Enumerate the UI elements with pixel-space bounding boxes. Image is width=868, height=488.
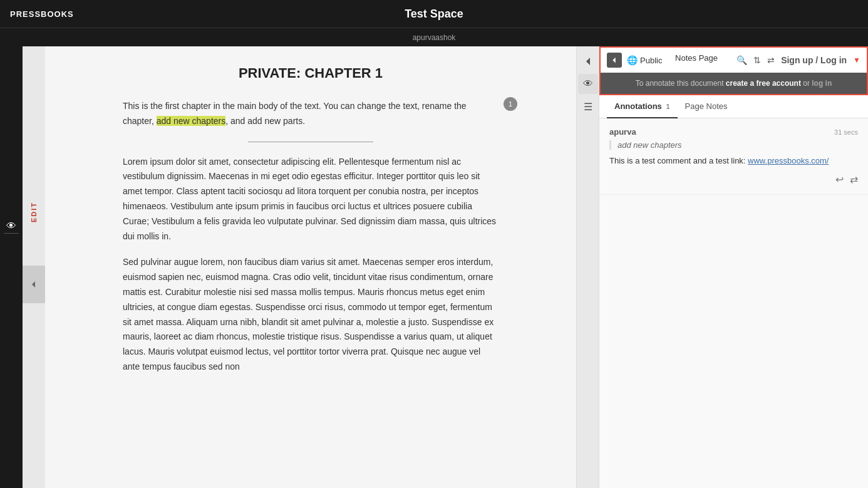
first-paragraph: This is the first chapter in the main bo… [123, 99, 499, 129]
globe-icon: 🌐 [627, 55, 638, 65]
tab-page-notes[interactable]: Page Notes [678, 95, 735, 118]
left-panel: EDIT [23, 46, 45, 488]
eye-icon[interactable]: 👁 [6, 221, 16, 232]
annotation-comment-before: This is a test comment and a test link: [609, 156, 748, 165]
login-link[interactable]: log in [812, 79, 832, 88]
share-annotation-icon[interactable]: ⇄ [850, 174, 858, 185]
visibility-label: Public [640, 56, 662, 65]
annotation-comment: This is a test comment and a test link: … [609, 155, 858, 167]
chevron-down-icon[interactable]: ▼ [853, 56, 860, 65]
lorem-paragraph-1: Lorem ipsum dolor sit amet, consectetur … [123, 155, 499, 244]
nav-prev-button[interactable] [23, 266, 45, 303]
hypothesis-toolbar: 🌐 Public 🔍 ⇅ ⇄ Sign up / Log in ▼ [601, 48, 867, 73]
annotate-message-before: To annotate this document [636, 79, 726, 88]
annotation-link[interactable]: www.pressbooks.com/ [748, 156, 829, 165]
tab-page-notes-label: Page Notes [685, 101, 728, 111]
lorem-paragraph-2: Sed pulvinar augue lorem, non faucibus d… [123, 255, 499, 374]
share-icon[interactable]: ⇄ [767, 55, 775, 65]
annotation-user[interactable]: apurva [609, 127, 636, 137]
signup-login-button[interactable]: Sign up / Log in [781, 55, 847, 65]
hypothesis-sidebar: 🌐 Public 🔍 ⇅ ⇄ Sign up / Log in ▼ To ann… [599, 46, 868, 488]
hypothesis-annotate-bar: To annotate this document create a free … [601, 73, 867, 94]
list-sidebar-button[interactable]: ☰ [578, 96, 598, 117]
annotation-time: 31 secs [834, 128, 858, 136]
visibility-badge[interactable]: 🌐 Public [627, 55, 662, 65]
annotation-quote: add new chapters [609, 140, 858, 150]
app-title: Test Space [405, 8, 463, 21]
hypothesis-toolbar-icons: 🔍 ⇅ ⇄ Sign up / Log in ▼ [736, 55, 860, 65]
section-divider [248, 142, 373, 142]
tab-annotations-count: 1 [666, 103, 669, 110]
hypothesis-tabs: Annotations 1 Page Notes [599, 95, 868, 118]
subtitle-text: apurvaashok [413, 33, 456, 42]
hypothesis-arrow-button[interactable] [607, 53, 622, 68]
collapse-sidebar-button[interactable] [578, 51, 598, 71]
annotation-card: apurva 31 secs add new chapters This is … [599, 118, 868, 195]
tab-annotations-label: Annotations [614, 101, 662, 111]
create-account-link[interactable]: create a free account [726, 79, 801, 88]
annotate-or: or [801, 79, 812, 88]
top-bar: PRESSBOOKS Test Space [0, 0, 868, 28]
annotation-actions: ↩ ⇄ [609, 174, 858, 185]
tab-annotations[interactable]: Annotations 1 [607, 95, 678, 118]
first-para-after: , and add new parts. [225, 116, 305, 126]
app-logo[interactable]: PRESSBOOKS [10, 9, 74, 19]
annotated-text[interactable]: add new chapters [157, 116, 226, 126]
search-icon[interactable]: 🔍 [736, 55, 747, 65]
chapter-title: PRIVATE: CHAPTER 1 [123, 65, 499, 81]
hypothesis-top-controls: 🌐 Public 🔍 ⇅ ⇄ Sign up / Log in ▼ To ann… [599, 46, 868, 95]
annotation-quote-text: add new chapters [617, 140, 682, 150]
subtitle-bar: apurvaashok [0, 28, 868, 46]
annotation-count-bubble[interactable]: 1 [504, 97, 517, 111]
hypothesis-sidebar-buttons: 👁 ☰ [576, 46, 599, 488]
annotation-header: apurva 31 secs [609, 127, 858, 137]
eye-sidebar-button[interactable]: 👁 [578, 74, 598, 94]
edit-button[interactable]: EDIT [28, 197, 40, 227]
sort-icon[interactable]: ⇅ [753, 55, 761, 65]
document-main: PRIVATE: CHAPTER 1 This is the first cha… [45, 46, 576, 488]
reply-icon[interactable]: ↩ [835, 174, 844, 185]
